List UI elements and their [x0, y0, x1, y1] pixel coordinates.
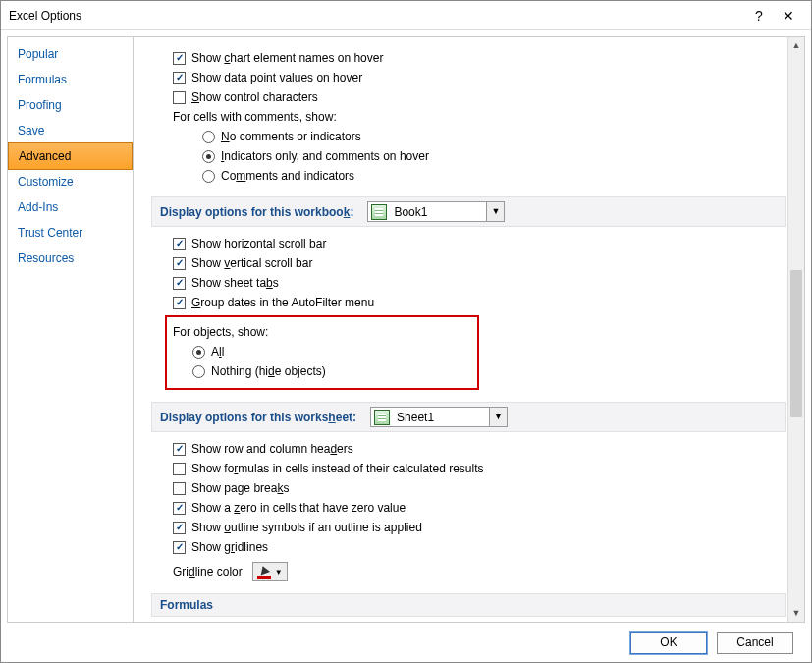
label-page-breaks[interactable]: Show page breaks	[191, 481, 289, 495]
section-formulas: Formulas	[151, 593, 786, 617]
radio-comments-and-indicators[interactable]	[202, 170, 215, 183]
label-data-point-values[interactable]: Show data point values on hover	[191, 71, 362, 84]
label-objects-heading: For objects, show:	[173, 325, 268, 339]
excel-sheet-icon	[373, 409, 391, 426]
label-comments-heading: For cells with comments, show:	[173, 110, 337, 124]
help-button[interactable]: ?	[744, 8, 774, 24]
label-gridlines[interactable]: Show gridlines	[191, 540, 268, 554]
chevron-down-icon: ▼	[275, 568, 283, 577]
checkbox-row-col-headers[interactable]	[173, 443, 186, 456]
sidebar-item-proofing[interactable]: Proofing	[8, 92, 133, 118]
sidebar-item-trustcenter[interactable]: Trust Center	[8, 220, 133, 246]
titlebar: Excel Options ? ✕	[1, 1, 811, 30]
label-control-characters[interactable]: Show control characters	[191, 90, 318, 104]
excel-options-dialog: Excel Options ? ✕ Popular Formulas Proof…	[0, 0, 812, 663]
checkbox-vscroll[interactable]	[173, 257, 186, 270]
highlight-objects-show: For objects, show: All Nothing (hide obj…	[165, 315, 479, 390]
checkbox-control-characters[interactable]	[173, 91, 186, 104]
sidebar-item-popular[interactable]: Popular	[8, 41, 133, 67]
chevron-down-icon[interactable]: ▼	[489, 408, 507, 426]
options-content: Show chart element names on hover Show d…	[134, 37, 804, 622]
combo-workbook-value: Book1	[388, 205, 486, 219]
gridline-color-picker[interactable]: ▼	[252, 562, 288, 581]
sidebar-item-addins[interactable]: Add-Ins	[8, 194, 133, 220]
checkbox-hscroll[interactable]	[173, 238, 186, 250]
label-comments-and-indicators[interactable]: Comments and indicators	[221, 169, 354, 183]
combo-workbook[interactable]: Book1 ▼	[367, 201, 505, 222]
section-worksheet-display: Display options for this worksheet: Shee…	[151, 402, 786, 432]
section-title-workbook: Display options for this workbook:	[160, 205, 353, 219]
label-row-col-headers[interactable]: Show row and column headers	[191, 442, 353, 456]
checkbox-group-dates[interactable]	[173, 297, 186, 309]
sidebar-item-save[interactable]: Save	[8, 118, 133, 143]
checkbox-page-breaks[interactable]	[173, 482, 186, 495]
checkbox-sheet-tabs[interactable]	[173, 277, 186, 290]
excel-workbook-icon	[370, 203, 388, 221]
checkbox-show-formulas[interactable]	[173, 463, 186, 475]
sidebar-item-customize[interactable]: Customize	[8, 169, 133, 194]
scroll-down-icon[interactable]: ▼	[788, 605, 804, 622]
label-sheet-tabs[interactable]: Show sheet tabs	[191, 276, 279, 290]
category-sidebar: Popular Formulas Proofing Save Advanced …	[8, 37, 134, 622]
window-title: Excel Options	[9, 9, 744, 23]
label-objects-nothing[interactable]: Nothing (hide objects)	[211, 364, 326, 378]
scroll-up-icon[interactable]: ▲	[788, 37, 804, 54]
label-indicators-only[interactable]: Indicators only, and comments on hover	[221, 149, 429, 163]
radio-indicators-only[interactable]	[202, 150, 215, 163]
cancel-button[interactable]: Cancel	[717, 632, 793, 654]
radio-objects-all[interactable]	[192, 346, 205, 359]
close-button[interactable]: ✕	[774, 8, 803, 24]
label-show-zero[interactable]: Show a zero in cells that have zero valu…	[191, 501, 406, 515]
scroll-thumb[interactable]	[790, 270, 802, 417]
chevron-down-icon[interactable]: ▼	[486, 202, 504, 221]
section-title-formulas: Formulas	[160, 598, 213, 612]
dialog-footer: OK Cancel	[1, 623, 811, 662]
ok-button[interactable]: OK	[630, 632, 707, 654]
scroll-track[interactable]	[788, 54, 804, 605]
label-group-dates[interactable]: Group dates in the AutoFilter menu	[191, 296, 374, 309]
label-outline-symbols[interactable]: Show outline symbols if an outline is ap…	[191, 521, 422, 534]
section-workbook-display: Display options for this workbook: Book1…	[151, 196, 786, 227]
vertical-scrollbar[interactable]: ▲ ▼	[787, 37, 804, 622]
label-no-comments[interactable]: No comments or indicators	[221, 130, 361, 143]
checkbox-outline-symbols[interactable]	[173, 522, 186, 534]
sidebar-item-resources[interactable]: Resources	[8, 246, 133, 271]
combo-worksheet-value: Sheet1	[391, 411, 489, 424]
checkbox-chart-element-names[interactable]	[173, 52, 186, 65]
radio-objects-nothing[interactable]	[192, 365, 205, 378]
radio-no-comments[interactable]	[202, 131, 215, 143]
label-chart-element-names[interactable]: Show chart element names on hover	[191, 51, 383, 65]
paint-bucket-icon	[257, 565, 271, 579]
checkbox-gridlines[interactable]	[173, 541, 186, 554]
label-gridline-color: Gridline color	[173, 565, 243, 579]
sidebar-item-advanced[interactable]: Advanced	[8, 142, 133, 170]
combo-worksheet[interactable]: Sheet1 ▼	[370, 407, 508, 427]
sidebar-item-formulas[interactable]: Formulas	[8, 67, 133, 92]
checkbox-show-zero[interactable]	[173, 502, 186, 515]
label-hscroll[interactable]: Show horizontal scroll bar	[191, 237, 326, 250]
label-objects-all[interactable]: All	[211, 345, 224, 359]
label-vscroll[interactable]: Show vertical scroll bar	[191, 256, 312, 270]
section-title-worksheet: Display options for this worksheet:	[160, 411, 356, 424]
checkbox-data-point-values[interactable]	[173, 72, 186, 84]
label-show-formulas[interactable]: Show formulas in cells instead of their …	[191, 462, 483, 475]
